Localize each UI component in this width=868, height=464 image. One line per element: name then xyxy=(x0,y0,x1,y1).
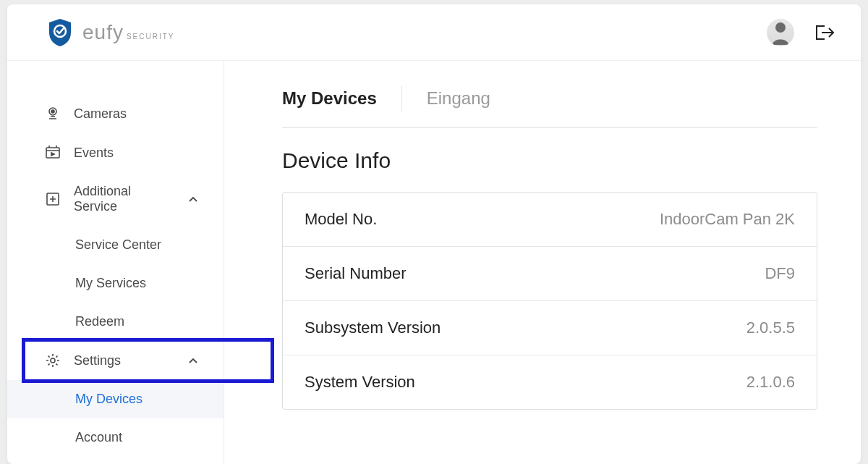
sidebar-sub-label: My Services xyxy=(75,276,146,290)
tab-label: My Devices xyxy=(282,88,377,108)
info-value: 2.0.5.5 xyxy=(746,319,795,337)
svg-rect-4 xyxy=(46,148,59,158)
sidebar-item-events[interactable]: Events xyxy=(7,133,224,172)
device-info-card: Model No. IndoorCam Pan 2K Serial Number… xyxy=(282,192,817,410)
info-label: System Version xyxy=(305,373,415,392)
info-value: IndoorCam Pan 2K xyxy=(660,210,795,229)
svg-point-1 xyxy=(775,22,786,33)
brand-shield-icon xyxy=(48,18,72,47)
gear-icon xyxy=(45,353,61,368)
app-window: eufySECURITY xyxy=(7,4,861,464)
header-right xyxy=(767,19,835,46)
sidebar-item-label: Additional Service xyxy=(74,184,176,214)
sidebar-item-label: Events xyxy=(74,145,114,161)
sidebar-sub-my-services[interactable]: My Services xyxy=(7,264,224,303)
tab-label: Eingang xyxy=(427,88,490,108)
main: My Devices Eingang Device Info Model No.… xyxy=(224,61,861,464)
info-value: 2.1.0.6 xyxy=(746,373,795,392)
info-value: DF9 xyxy=(765,264,795,283)
avatar[interactable] xyxy=(767,19,794,46)
sidebar-sub-service-center[interactable]: Service Center xyxy=(7,226,224,264)
content: Cameras Events xyxy=(7,61,861,464)
svg-point-6 xyxy=(51,358,55,363)
chevron-up-icon xyxy=(189,193,197,205)
camera-icon xyxy=(45,106,61,122)
chevron-up-icon xyxy=(189,355,197,366)
plus-box-icon xyxy=(45,191,61,207)
sidebar-item-label: Cameras xyxy=(74,106,127,122)
sidebar-sub-label: Service Center xyxy=(75,237,161,252)
sidebar-sub-label: Account xyxy=(75,430,122,444)
info-label: Model No. xyxy=(305,210,377,229)
events-icon xyxy=(45,145,61,161)
header: eufySECURITY xyxy=(7,4,861,61)
info-label: Subsystem Version xyxy=(305,319,441,337)
tab-eingang[interactable]: Eingang xyxy=(427,88,490,109)
sidebar-sub-redeem[interactable]: Redeem xyxy=(7,303,224,341)
tab-my-devices[interactable]: My Devices xyxy=(282,88,377,109)
info-row-model: Model No. IndoorCam Pan 2K xyxy=(283,193,817,247)
sidebar-item-settings[interactable]: Settings xyxy=(7,341,224,380)
sidebar-sub-label: My Devices xyxy=(75,392,142,406)
sidebar-item-additional-service[interactable]: Additional Service xyxy=(7,172,224,226)
info-row-serial: Serial Number DF9 xyxy=(283,247,817,301)
tab-divider xyxy=(401,85,402,111)
sidebar-item-cameras[interactable]: Cameras xyxy=(7,94,224,133)
info-label: Serial Number xyxy=(305,264,407,283)
sidebar-sub-label: Redeem xyxy=(75,314,124,329)
tabs: My Devices Eingang xyxy=(282,85,817,128)
sidebar-item-label: Settings xyxy=(74,353,121,368)
sidebar-sub-account[interactable]: Account xyxy=(7,418,224,457)
brand-wordmark: eufySECURITY xyxy=(82,21,175,44)
section-title: Device Info xyxy=(282,148,817,173)
info-row-subsystem: Subsystem Version 2.0.5.5 xyxy=(283,301,817,355)
info-row-system: System Version 2.1.0.6 xyxy=(283,355,817,409)
sidebar-sub-my-devices[interactable]: My Devices xyxy=(7,380,224,418)
logout-icon[interactable] xyxy=(814,24,835,41)
brand: eufySECURITY xyxy=(48,18,175,47)
svg-point-3 xyxy=(51,110,54,113)
sidebar: Cameras Events xyxy=(7,61,224,464)
